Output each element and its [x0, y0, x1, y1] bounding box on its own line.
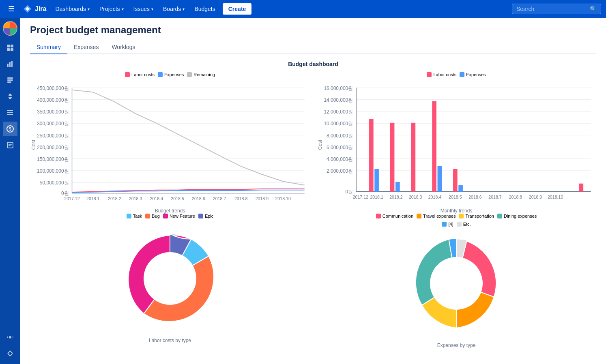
svg-text:100,000,000원: 100,000,000원 [37, 168, 69, 174]
sidebar-icon-puzzle[interactable] [3, 89, 17, 104]
legend-label-remaining: Remaining [193, 72, 215, 77]
svg-text:2018.6: 2018.6 [468, 195, 482, 199]
legend-color-expenses [158, 72, 163, 77]
donut-left-container [30, 222, 310, 335]
svg-rect-79 [458, 185, 463, 192]
top-charts-row: Labor costs Expenses Remaining 450,000,0… [30, 72, 596, 214]
legend-bar-expenses: Expenses [460, 72, 486, 77]
legend-epic: Epic [198, 214, 213, 218]
svg-rect-10 [7, 110, 13, 111]
tab-summary[interactable]: Summary [30, 41, 67, 54]
legend-expenses: Expenses [158, 72, 184, 77]
svg-rect-2 [7, 48, 10, 51]
sidebar-icon-expand[interactable] [3, 346, 17, 361]
svg-text:2018.4: 2018.4 [428, 195, 442, 199]
svg-text:6,000,000원: 6,000,000원 [327, 145, 353, 150]
svg-text:2018.7: 2018.7 [488, 195, 502, 199]
jira-logo[interactable]: Jira [19, 4, 49, 14]
legend-color-labor [125, 72, 130, 77]
nav-dashboards[interactable]: Dashboards ▾ [51, 4, 94, 14]
svg-rect-0 [7, 45, 10, 47]
line-chart-box: Labor costs Expenses Remaining 450,000,0… [30, 72, 310, 214]
search-input[interactable] [516, 6, 587, 12]
donut-right-legend: Communication Travel expenses Transporta… [375, 214, 537, 227]
sidebar: $ [0, 18, 20, 364]
donut-left-title: Labor costs by type [30, 338, 310, 343]
legend-label-dining: Dining expenses [504, 214, 537, 218]
svg-rect-78 [453, 169, 458, 192]
svg-point-93 [430, 257, 483, 310]
svg-rect-74 [395, 182, 400, 192]
svg-text:0원: 0원 [346, 189, 353, 195]
svg-text:2018.9: 2018.9 [529, 195, 542, 199]
search-box[interactable]: 🔍 [512, 4, 601, 14]
legend-remaining: Remaining [187, 72, 215, 77]
chevron-down-icon: ▾ [151, 7, 153, 11]
svg-text:12,000,000원: 12,000,000원 [324, 109, 353, 115]
legend-etc: Etc. [457, 222, 471, 227]
svg-text:2018.2: 2018.2 [389, 195, 403, 199]
create-button[interactable]: Create [223, 3, 252, 15]
nav-projects[interactable]: Projects ▾ [95, 4, 128, 14]
sidebar-icon-backlog[interactable] [3, 73, 17, 88]
svg-rect-76 [432, 101, 436, 192]
chevron-down-icon: ▾ [122, 7, 124, 11]
legend-color-remaining [187, 72, 192, 77]
legend-label-bug: Bug [152, 214, 160, 218]
legend-task: Task [127, 214, 142, 218]
legend-label-communication: Communication [383, 214, 413, 218]
tab-expenses[interactable]: Expenses [67, 41, 105, 54]
bar-chart-title: Monthly trends [316, 208, 596, 214]
legend-bar-color-labor [427, 72, 432, 77]
legend-travel: Travel expenses [417, 214, 456, 218]
bottom-charts-row: Task Bug New Feature Epic [30, 214, 596, 348]
sidebar-icon-settings[interactable] [3, 330, 17, 345]
donut-right-title: Expenses by type [316, 343, 596, 348]
legend-dot-bug [145, 214, 150, 218]
svg-text:2018.3: 2018.3 [129, 196, 142, 201]
avatar[interactable] [3, 21, 17, 36]
sidebar-icon-budget[interactable]: $ [3, 122, 17, 136]
tab-worklogs[interactable]: Worklogs [105, 41, 142, 54]
nav-issues[interactable]: Issues ▾ [129, 4, 157, 14]
svg-text:10,000,000원: 10,000,000원 [324, 121, 353, 126]
svg-text:200,000,000원: 200,000,000원 [37, 145, 69, 150]
legend-dot-task [127, 214, 131, 218]
svg-rect-80 [579, 184, 584, 192]
menu-icon[interactable]: ☰ [5, 3, 18, 15]
svg-text:Cost: Cost [317, 139, 323, 150]
top-navigation: ☰ Jira Dashboards ▾ Projects ▾ Issues ▾ … [0, 0, 606, 18]
legend-label-epic: Epic [205, 214, 213, 218]
svg-rect-9 [7, 81, 11, 83]
svg-text:2018.9: 2018.9 [256, 196, 269, 201]
nav-boards[interactable]: Boards ▾ [159, 4, 189, 14]
svg-text:2018.7: 2018.7 [213, 196, 226, 201]
svg-rect-11 [7, 112, 13, 113]
legend-bar-label-labor: Labor costs [433, 72, 456, 77]
donut-left-legend: Task Bug New Feature Epic [30, 214, 310, 218]
legend-label-transportation: Transportation [465, 214, 494, 218]
page-title: Project budget management [30, 24, 596, 36]
legend-new-feature: New Feature [163, 214, 195, 218]
search-icon: 🔍 [590, 6, 597, 12]
sidebar-icon-dashboard[interactable] [3, 41, 17, 55]
svg-rect-75 [411, 123, 416, 192]
sidebar-icon-list[interactable] [3, 105, 17, 120]
sidebar-icon-chart[interactable] [3, 57, 17, 71]
svg-text:2017.12: 2017.12 [353, 195, 368, 199]
sidebar-icon-reports[interactable] [3, 138, 17, 152]
chevron-down-icon: ▾ [183, 7, 185, 11]
svg-rect-15 [7, 142, 13, 148]
svg-text:4,000,000원: 4,000,000원 [327, 156, 353, 162]
line-chart-svg: 450,000,000원 400,000,000원 350,000,000원 3… [30, 80, 310, 204]
svg-text:2018.8: 2018.8 [509, 195, 522, 199]
svg-text:2018.3: 2018.3 [409, 195, 422, 199]
legend-4: [4] [442, 222, 453, 227]
legend-communication: Communication [376, 214, 413, 218]
nav-budgets[interactable]: Budgets [190, 4, 219, 14]
svg-text:2018.4: 2018.4 [150, 196, 163, 201]
svg-text:350,000,000원: 350,000,000원 [37, 109, 69, 115]
svg-text:400,000,000원: 400,000,000원 [37, 97, 69, 103]
svg-rect-1 [11, 45, 13, 47]
svg-text:2018.5: 2018.5 [171, 196, 184, 201]
